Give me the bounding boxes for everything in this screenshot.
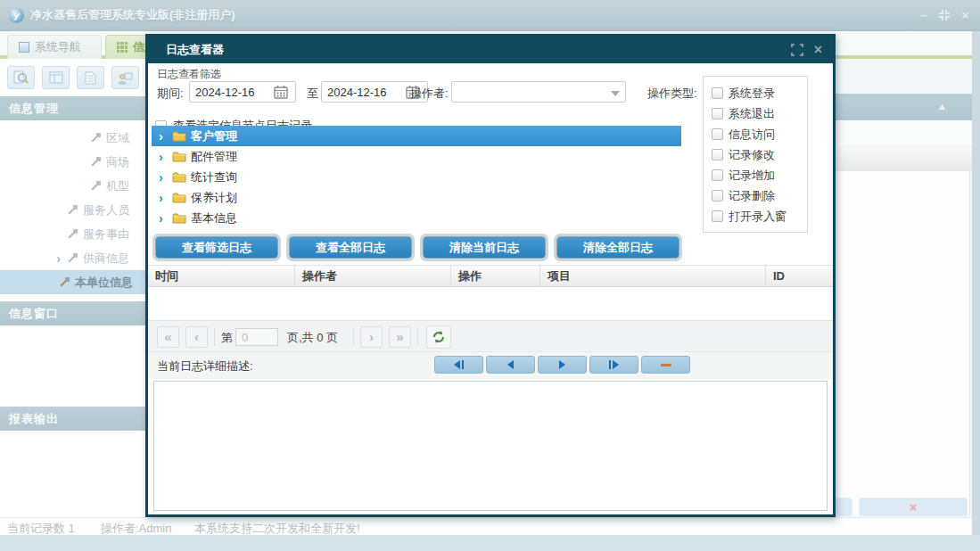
folder-icon (172, 212, 186, 224)
column-item[interactable]: 项目 (540, 266, 766, 286)
tree-node-label: 基本信息 (191, 210, 237, 226)
type-option-delete[interactable]: 记录删除 (712, 185, 807, 206)
tree-node-label: 保养计划 (191, 190, 237, 206)
checkbox[interactable] (712, 190, 723, 201)
tree-node-customer-mgmt[interactable]: › 客户管理 (152, 126, 681, 146)
search-toolbar-button[interactable] (7, 66, 35, 89)
sidebar-item-mall[interactable]: 商场 (0, 150, 145, 174)
record-delete-button[interactable] (641, 356, 690, 374)
chevron-right-icon[interactable]: › (159, 129, 168, 144)
sidebar-item-service-staff[interactable]: 服务人员 (0, 198, 145, 222)
date-from-input[interactable] (190, 86, 274, 99)
first-page-button[interactable]: « (157, 326, 179, 348)
checkbox[interactable] (712, 210, 723, 222)
operator-input[interactable] (452, 82, 605, 102)
module-tree: › 客户管理 › 配件管理 › 统计查询 › 保养计划 › 基本信息 (152, 126, 681, 228)
sidebar-item-label: 区域 (106, 130, 129, 146)
tree-node-statistics[interactable]: › 统计查询 (152, 167, 681, 187)
sidebar-item-service-reason[interactable]: 服务事由 (0, 222, 145, 246)
type-option-open-entry[interactable]: 打开录入窗 (712, 206, 807, 226)
record-first-button[interactable] (434, 356, 483, 374)
pagination-bar: « ‹ 第 页,共 0 页 › » (148, 320, 833, 352)
view-filtered-logs-button[interactable]: 查看筛选日志 (155, 236, 278, 259)
bar (462, 360, 464, 369)
tree-node-parts-mgmt[interactable]: › 配件管理 (152, 146, 681, 167)
checkbox-label: 系统登录 (729, 86, 775, 102)
checkbox[interactable] (712, 87, 723, 99)
sidebar-item-region[interactable]: 区域 (0, 126, 145, 150)
sidebar-item-company-info[interactable]: 本单位信息 (0, 270, 145, 294)
operator-select[interactable] (451, 81, 626, 103)
minimize-button[interactable]: – (920, 8, 927, 22)
maximize-icon[interactable] (791, 44, 803, 56)
page-number-input[interactable] (235, 328, 278, 346)
date-from-field[interactable] (189, 81, 296, 103)
tab-system-nav[interactable]: 系统导航 (7, 35, 102, 59)
chevron-down-icon[interactable] (611, 91, 620, 96)
tool-icon (67, 252, 78, 264)
restore-button[interactable] (938, 9, 951, 21)
window-right-edge (972, 31, 980, 535)
tree-node-basic-info[interactable]: › 基本信息 (152, 208, 681, 228)
sidebar-section-info-window[interactable]: 信息窗口 (0, 301, 145, 325)
document-toolbar-button[interactable] (77, 66, 104, 89)
folder-icon (172, 171, 186, 183)
search-icon (13, 70, 29, 85)
calendar-icon[interactable] (274, 85, 288, 99)
clear-all-logs-button[interactable]: 清除全部日志 (556, 236, 679, 259)
form-toolbar-button[interactable] (42, 66, 70, 89)
sidebar-item-supplier-info[interactable]: › 供商信息 (0, 246, 145, 270)
type-option-add[interactable]: 记录增加 (712, 165, 807, 185)
sidebar-section-info-management[interactable]: 信息管理 (0, 96, 145, 120)
dialog-close-button[interactable]: × (814, 44, 822, 56)
operator-label: 操作者: (410, 86, 449, 102)
background-close-button[interactable]: × (859, 498, 968, 516)
log-detail-textarea[interactable] (153, 381, 828, 511)
prev-page-button[interactable]: ‹ (185, 326, 208, 348)
collapse-arrow-icon[interactable]: ▲ (937, 101, 947, 111)
sidebar: 信息管理 区域 商场 机型 服务人员 服务事由 › 供商信息 本单位 (0, 59, 145, 517)
checkbox[interactable] (712, 169, 723, 181)
type-option-modify[interactable]: 记录修改 (712, 144, 807, 165)
folder-icon (172, 130, 186, 142)
column-id[interactable]: ID (766, 266, 833, 286)
type-option-login[interactable]: 系统登录 (712, 83, 807, 103)
record-last-button[interactable] (589, 356, 638, 374)
sidebar-item-model[interactable]: 机型 (0, 174, 145, 198)
chevron-right-icon[interactable]: › (159, 191, 168, 205)
refresh-button[interactable] (426, 325, 451, 349)
column-operator[interactable]: 操作者 (295, 266, 451, 286)
checkbox[interactable] (712, 128, 723, 140)
sidebar-section-report-output[interactable]: 报表输出 (0, 407, 145, 431)
restore-icon (938, 9, 951, 21)
type-option-logout[interactable]: 系统退出 (712, 103, 807, 124)
checkbox[interactable] (712, 149, 723, 160)
tree-node-maintenance-plan[interactable]: › 保养计划 (152, 187, 681, 208)
record-next-button[interactable] (538, 356, 587, 374)
type-option-access[interactable]: 信息访问 (712, 124, 807, 144)
column-time[interactable]: 时间 (148, 266, 295, 286)
last-record-icon (613, 360, 619, 369)
dialog-titlebar[interactable]: 日志查看器 × (148, 37, 833, 63)
tree-node-label: 配件管理 (191, 149, 237, 165)
view-all-logs-button[interactable]: 查看全部日志 (289, 236, 412, 259)
close-window-button[interactable]: × (961, 8, 969, 22)
clear-current-logs-button[interactable]: 清除当前日志 (423, 236, 546, 259)
chevron-right-icon[interactable]: › (159, 211, 168, 226)
last-page-button[interactable]: » (389, 326, 411, 348)
users-toolbar-button[interactable] (111, 66, 139, 89)
page-total-label: 页,共 0 页 (287, 330, 338, 346)
dialog-title: 日志查看器 (166, 42, 224, 58)
chevron-right-icon[interactable]: › (159, 150, 168, 164)
checkbox[interactable] (712, 108, 723, 119)
operation-type-label: 操作类型: (647, 86, 697, 102)
next-page-button[interactable]: › (360, 326, 383, 348)
date-to-input[interactable] (322, 86, 406, 99)
tab-label: 系统导航 (35, 39, 81, 55)
column-action[interactable]: 操作 (451, 266, 540, 286)
divider (214, 328, 215, 346)
tool-icon (59, 276, 70, 288)
chevron-right-icon[interactable]: › (159, 170, 168, 185)
record-prev-button[interactable] (486, 356, 535, 374)
sidebar-item-label: 服务事由 (83, 226, 129, 243)
